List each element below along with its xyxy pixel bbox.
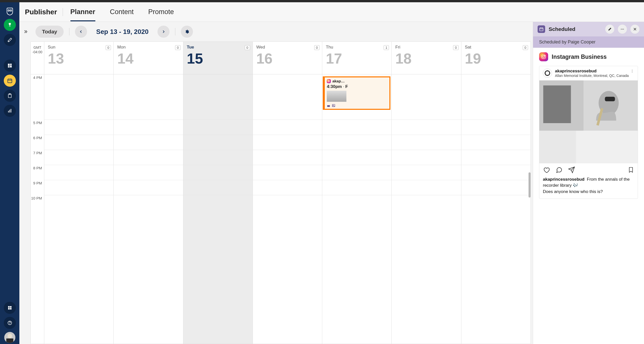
content: Today Sep 13 - 19, 2020 xyxy=(19,22,644,344)
day-name: Fri xyxy=(395,45,458,50)
edit-button[interactable] xyxy=(605,25,614,34)
grid-col-thu[interactable]: akap… 4:30pm · F xyxy=(322,74,392,344)
time-label: 4 PM xyxy=(31,74,44,120)
grid-col-sun[interactable] xyxy=(44,74,114,344)
comment-icon[interactable] xyxy=(555,166,562,173)
sidebar-user-avatar[interactable] xyxy=(4,332,15,343)
day-header-sat[interactable]: Sat 0 19 xyxy=(461,42,531,74)
svg-rect-4 xyxy=(10,65,12,67)
post-preview: akaprincessrosebud Allan Memorial Instit… xyxy=(539,66,638,199)
caption-username: akaprincessrosebud xyxy=(543,177,584,182)
svg-point-35 xyxy=(622,29,623,30)
post-menu-icon[interactable] xyxy=(630,69,634,73)
grid-col-fri[interactable] xyxy=(392,74,461,344)
divider xyxy=(63,8,63,16)
svg-rect-49 xyxy=(543,85,571,123)
calendar: Today Sep 13 - 19, 2020 xyxy=(19,22,533,344)
instagram-icon xyxy=(327,79,331,83)
day-count-badge: 0 xyxy=(523,45,528,50)
day-header-wed[interactable]: Wed 0 16 xyxy=(253,42,322,74)
svg-rect-24 xyxy=(328,80,330,82)
day-header-sun[interactable]: Sun 0 13 xyxy=(44,42,114,74)
tab-content[interactable]: Content xyxy=(110,3,134,21)
tz-offset: -04:00 xyxy=(32,50,43,54)
sidebar-achievements[interactable] xyxy=(4,19,16,31)
event-meta-icons xyxy=(327,104,387,107)
event-account: akap… xyxy=(332,79,345,83)
sidebar-help[interactable] xyxy=(4,317,16,329)
svg-rect-5 xyxy=(8,66,10,68)
svg-rect-13 xyxy=(9,110,10,113)
prev-week-button[interactable] xyxy=(75,26,87,38)
sidebar xyxy=(0,2,19,344)
expand-sidebar-icon[interactable] xyxy=(22,28,29,35)
svg-rect-17 xyxy=(8,308,10,310)
post-image xyxy=(539,80,638,163)
day-header-tue[interactable]: Tue 0 15 xyxy=(183,42,253,74)
tab-planner[interactable]: Planner xyxy=(70,3,95,21)
svg-rect-30 xyxy=(540,28,543,31)
day-name: Wed xyxy=(256,45,319,50)
day-header-mon[interactable]: Mon 0 14 xyxy=(114,42,183,74)
sidebar-publisher[interactable] xyxy=(4,75,16,87)
day-count-badge: 0 xyxy=(314,45,319,50)
calendar-toolbar: Today Sep 13 - 19, 2020 xyxy=(30,22,533,41)
time-grid: 4 PM 5 PM 6 PM 7 PM 8 PM 9 PM 10 PM xyxy=(31,74,531,344)
grid-col-wed[interactable] xyxy=(253,74,322,344)
svg-rect-12 xyxy=(8,111,9,113)
grid-col-tue[interactable] xyxy=(183,74,253,344)
sidebar-compose[interactable] xyxy=(4,34,16,46)
close-button[interactable] xyxy=(630,25,639,34)
svg-rect-23 xyxy=(6,338,13,343)
svg-rect-2 xyxy=(8,64,10,66)
day-count-badge: 0 xyxy=(175,45,180,50)
header: Publisher Planner Content Promote xyxy=(19,2,644,22)
date-range-label: Sep 13 - 19, 2020 xyxy=(96,28,148,36)
sidebar-streams[interactable] xyxy=(4,60,16,72)
svg-rect-14 xyxy=(11,109,11,113)
svg-point-25 xyxy=(328,81,329,81)
day-count-badge: 0 xyxy=(106,45,111,50)
app-root: Publisher Planner Content Promote Today … xyxy=(0,0,644,344)
day-header-fri[interactable]: Fri 0 18 xyxy=(392,42,461,74)
event-time: 4:30pm · F xyxy=(327,84,387,89)
post-caption: akaprincessrosebud From the annals of th… xyxy=(539,176,638,199)
sidebar-analytics[interactable] xyxy=(4,105,16,117)
detail-header: Scheduled xyxy=(533,22,644,36)
tab-promote[interactable]: Promote xyxy=(148,3,174,21)
today-button[interactable]: Today xyxy=(35,26,64,38)
svg-point-34 xyxy=(621,29,622,30)
bookmark-icon[interactable] xyxy=(628,167,634,173)
svg-rect-18 xyxy=(10,308,11,310)
day-header-thu[interactable]: Thu 1 17 xyxy=(322,42,392,74)
next-week-button[interactable] xyxy=(157,26,170,38)
scrollbar[interactable] xyxy=(529,172,531,198)
detail-network: Instagram Business xyxy=(533,48,644,66)
day-name: Sat xyxy=(465,45,528,50)
sidebar-assignments[interactable] xyxy=(4,90,16,102)
grid-col-sat[interactable] xyxy=(461,74,531,344)
time-labels: 4 PM 5 PM 6 PM 7 PM 8 PM 9 PM 10 PM xyxy=(31,74,44,344)
svg-rect-51 xyxy=(605,97,615,101)
post-actions xyxy=(539,163,638,176)
share-icon[interactable] xyxy=(568,166,575,173)
grid-col-mon[interactable] xyxy=(114,74,183,344)
svg-rect-16 xyxy=(10,306,11,308)
caption-line2: Does anyone know who this is? xyxy=(543,189,603,194)
tab-label: Content xyxy=(110,8,134,16)
time-label: 10 PM xyxy=(31,195,44,210)
calendar-settings-button[interactable] xyxy=(181,26,193,38)
post-avatar xyxy=(543,69,552,78)
section-title: Publisher xyxy=(25,8,57,16)
time-label: 6 PM xyxy=(31,135,44,150)
day-count-badge: 1 xyxy=(384,45,389,50)
sidebar-apps[interactable] xyxy=(4,302,16,314)
hootsuite-logo[interactable] xyxy=(6,7,14,16)
scheduled-event-card[interactable]: akap… 4:30pm · F xyxy=(323,76,390,110)
detail-panel: Scheduled Scheduled by Paige Cooper xyxy=(533,22,644,344)
like-icon[interactable] xyxy=(543,166,550,173)
main: Publisher Planner Content Promote Today … xyxy=(19,2,644,344)
tz-gmt: GMT xyxy=(33,45,41,50)
day-count-badge: 0 xyxy=(453,45,458,50)
more-options-button[interactable] xyxy=(618,25,627,34)
